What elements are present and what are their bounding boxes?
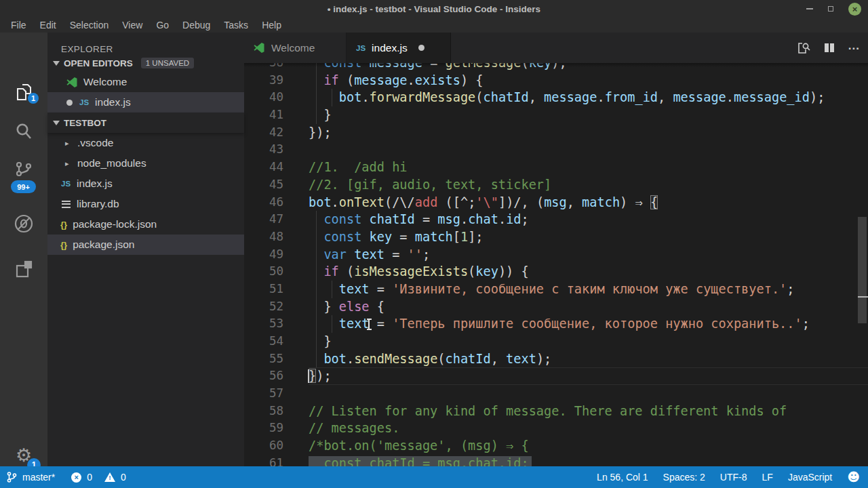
folder-header-testbot[interactable]: TESTBOT (47, 113, 244, 133)
code-editor[interactable]: 38 const message = getMessage(key);39 if… (244, 63, 868, 466)
scrollbar-thumb[interactable] (858, 217, 867, 323)
open-editor-welcome[interactable]: Welcome (47, 72, 244, 92)
sidebar-title: EXPLORER (47, 33, 244, 54)
split-editor-icon[interactable] (825, 43, 834, 52)
explorer-icon[interactable]: 1 (0, 81, 47, 103)
code-line: 54 } (244, 333, 868, 350)
line-number: 42 (244, 124, 309, 142)
settings-gear-icon[interactable]: ⚙ 1 (0, 446, 47, 464)
scm-badge: 99+ (11, 180, 36, 193)
js-file-icon: JS (356, 44, 366, 52)
code-line: 61 const chatId = msg.chat.id; (244, 455, 868, 466)
menu-bar: File Edit Selection View Go Debug Tasks … (0, 18, 868, 33)
dirty-dot-icon[interactable] (418, 45, 425, 51)
errors-icon[interactable]: × (71, 472, 81, 483)
tree-item-packagejson[interactable]: {} package.json (47, 235, 244, 255)
code-line: 50 if (isMessageExists(key)) { (244, 263, 868, 281)
line-number: 39 (244, 72, 309, 89)
line-number: 43 (244, 141, 309, 159)
code-line: 45//2. [gif, audio, text, sticker] (244, 176, 868, 194)
json-file-icon: {} (60, 220, 67, 230)
menu-go[interactable]: Go (149, 18, 176, 33)
line-number: 48 (244, 228, 309, 246)
tree-item-label: node_modules (77, 157, 146, 169)
tree-item-indexjs[interactable]: JS index.js (47, 174, 244, 194)
errors-count[interactable]: 0 (87, 472, 92, 483)
open-editors-header[interactable]: OPEN EDITORS 1 UNSAVED (47, 54, 244, 72)
close-icon[interactable]: × (848, 3, 861, 16)
language-mode[interactable]: JavaScript (788, 472, 832, 483)
menu-debug[interactable]: Debug (176, 18, 217, 33)
more-actions-icon[interactable]: ... (848, 40, 860, 56)
code-line: 44//1. /add hi (244, 159, 868, 176)
line-number: 54 (244, 333, 309, 350)
source-control-icon[interactable]: 99+ (0, 160, 47, 182)
code-line: 51 text = 'Извините, сообщение с таким к… (244, 281, 868, 298)
vscode-icon (254, 42, 265, 54)
window-title: • index.js - testbot - Visual Studio Cod… (0, 0, 868, 18)
open-editor-label: Welcome (83, 76, 127, 88)
explorer-sidebar: EXPLORER OPEN EDITORS 1 UNSAVED Welcome … (47, 33, 244, 466)
debug-disabled-icon[interactable] (0, 212, 47, 235)
indentation[interactable]: Spaces: 2 (663, 472, 705, 483)
overview-ruler-cursor-marker (858, 296, 868, 298)
open-editor-indexjs[interactable]: JS index.js (47, 92, 244, 113)
line-number: 45 (244, 176, 309, 194)
maximize-icon[interactable] (828, 6, 833, 12)
line-number: 57 (244, 385, 309, 403)
code-line: 55 bot.sendMessage(chatId, text); (244, 350, 868, 368)
code-line: 40 bot.forwardMessage(chatId, message.fr… (244, 89, 868, 106)
code-line: 56}); (244, 367, 868, 385)
warnings-icon[interactable]: ! (104, 472, 115, 482)
js-file-icon: JS (61, 180, 71, 188)
tab-welcome[interactable]: Welcome (244, 33, 347, 63)
code-line: 42}); (244, 124, 868, 142)
tree-item-vscode[interactable]: ▸ .vscode (47, 133, 244, 153)
text-caret (308, 369, 309, 383)
title-bar[interactable]: • index.js - testbot - Visual Studio Cod… (0, 0, 868, 18)
menu-tasks[interactable]: Tasks (217, 18, 255, 33)
chevron-down-icon (53, 61, 60, 66)
code-line: 58// Listen for any kind of message. The… (244, 403, 868, 420)
mouse-ibeam-cursor (366, 318, 372, 331)
line-number: 44 (244, 159, 309, 176)
line-number: 60 (244, 437, 309, 455)
eol-sequence[interactable]: LF (762, 472, 773, 483)
line-number: 47 (244, 211, 309, 228)
code-line: 43 (244, 141, 868, 159)
line-number: 58 (244, 403, 309, 420)
line-number: 61 (244, 455, 309, 466)
menu-file[interactable]: File (4, 18, 33, 33)
unsaved-badge: 1 UNSAVED (141, 58, 194, 68)
line-number: 46 (244, 194, 309, 211)
tree-item-label: .vscode (77, 137, 113, 149)
encoding[interactable]: UTF-8 (720, 472, 747, 483)
tree-item-librarydb[interactable]: library.db (47, 194, 244, 214)
open-preview-icon[interactable] (797, 41, 810, 55)
minimize-icon[interactable] (806, 8, 813, 9)
database-file-icon (62, 201, 71, 208)
menu-view[interactable]: View (115, 18, 149, 33)
search-icon[interactable] (0, 121, 47, 142)
cursor-position[interactable]: Ln 56, Col 1 (597, 472, 648, 483)
tab-bar: Welcome JS index.js ... (244, 33, 868, 63)
menu-edit[interactable]: Edit (33, 18, 63, 33)
line-number: 59 (244, 420, 309, 437)
git-branch-label[interactable]: master* (22, 472, 55, 483)
tree-item-label: index.js (77, 178, 113, 190)
feedback-smiley-icon[interactable]: ☻ (847, 471, 860, 483)
chevron-right-icon: ▸ (65, 139, 72, 148)
menu-selection[interactable]: Selection (63, 18, 116, 33)
tree-item-node-modules[interactable]: ▸ node_modules (47, 153, 244, 174)
line-number: 50 (244, 263, 309, 281)
tab-indexjs[interactable]: JS index.js (347, 33, 451, 63)
folder-label: TESTBOT (64, 118, 106, 128)
git-branch-icon[interactable] (7, 472, 17, 483)
open-editors-label: OPEN EDITORS (64, 58, 133, 68)
code-line: 53 text = 'Теперь пришлите сообщение, ко… (244, 315, 868, 333)
extensions-icon[interactable] (0, 258, 47, 281)
code-line: 49 var text = ''; (244, 246, 868, 264)
tree-item-package-lock[interactable]: {} package-lock.json (47, 214, 244, 235)
warnings-count[interactable]: 0 (121, 472, 126, 483)
menu-help[interactable]: Help (255, 18, 288, 33)
